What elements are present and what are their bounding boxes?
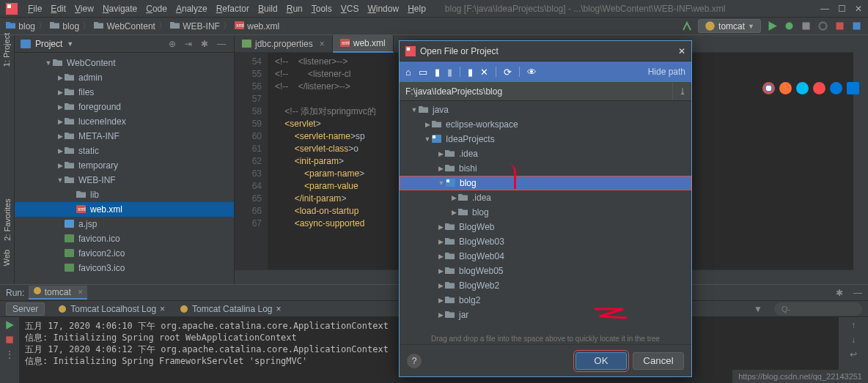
ie-icon[interactable] bbox=[830, 82, 842, 94]
breadcrumb[interactable]: blog〉 blog〉 WebContent〉 WEB-INF〉 web.xml bbox=[6, 20, 279, 32]
rerun-icon[interactable] bbox=[4, 320, 15, 330]
opera-icon[interactable] bbox=[813, 82, 825, 94]
up-icon[interactable]: ↑ bbox=[851, 320, 856, 330]
chrome-icon[interactable] bbox=[762, 82, 775, 94]
stop-icon[interactable] bbox=[4, 335, 15, 345]
file-tree-item[interactable]: ▶BlogWeb03 bbox=[400, 234, 691, 249]
wrap-icon[interactable]: ↩ bbox=[850, 349, 857, 360]
menu-window[interactable]: Window bbox=[363, 2, 403, 15]
menu-run[interactable]: Run bbox=[282, 2, 307, 15]
coverage-icon[interactable] bbox=[801, 21, 812, 31]
file-tree-item[interactable]: ▶blogWeb05 bbox=[400, 264, 691, 278]
file-tree[interactable]: ▼java▶eclipse-workspace▼IdeaProjects▶.id… bbox=[400, 101, 691, 333]
close-icon[interactable]: × bbox=[78, 287, 83, 297]
path-history-icon[interactable]: ⤓ bbox=[672, 82, 691, 100]
file-tree-item[interactable]: ▶eclipse-workspace bbox=[400, 117, 691, 132]
run-config-selector[interactable]: tomcat ▼ bbox=[698, 19, 761, 33]
tree-item[interactable]: favicon.ico bbox=[15, 231, 234, 246]
file-tree-item[interactable]: ▶.idea bbox=[400, 146, 691, 161]
file-tree-item[interactable]: ▶jar bbox=[400, 308, 691, 322]
run-config-tab[interactable]: tomcat × bbox=[29, 286, 87, 300]
refresh-icon[interactable]: ⟳ bbox=[504, 67, 512, 78]
log-tab-localhost[interactable]: Tomcat Localhost Log × bbox=[52, 303, 171, 315]
tree-item[interactable]: ▶files bbox=[15, 85, 234, 100]
locate-icon[interactable]: ⊕ bbox=[166, 39, 178, 49]
file-tree-item[interactable]: ▶bishi bbox=[400, 161, 691, 176]
firefox-icon[interactable] bbox=[779, 82, 792, 94]
breadcrumb-segment[interactable]: WEB-INF bbox=[170, 21, 220, 31]
server-tab[interactable]: Server bbox=[6, 302, 45, 316]
run-icon[interactable] bbox=[767, 21, 778, 31]
tree-item[interactable]: ▼WebContent bbox=[15, 56, 234, 70]
profiler-icon[interactable] bbox=[817, 21, 828, 31]
module-icon[interactable]: ▮ bbox=[447, 67, 452, 78]
menu-build[interactable]: Build bbox=[254, 2, 282, 15]
project-icon[interactable]: ▮ bbox=[435, 67, 440, 78]
cancel-button[interactable]: Cancel bbox=[633, 352, 684, 370]
breadcrumb-segment[interactable]: blog bbox=[6, 21, 35, 31]
close-icon[interactable]: × bbox=[276, 304, 282, 314]
tree-item[interactable]: ▼WEB-INF bbox=[15, 173, 234, 187]
new-folder-icon[interactable]: ▮ bbox=[468, 67, 473, 78]
tree-item[interactable]: favicon3.ico bbox=[15, 261, 234, 275]
tree-item[interactable]: favicon2.ico bbox=[15, 246, 234, 261]
file-tree-item[interactable]: ▶.idea bbox=[400, 190, 691, 205]
tree-item[interactable]: lib bbox=[15, 187, 234, 202]
edge-icon[interactable] bbox=[847, 82, 859, 94]
close-icon[interactable]: × bbox=[160, 304, 165, 314]
file-tree-item[interactable]: ▶BlogWeb bbox=[400, 220, 691, 234]
breadcrumb-segment[interactable]: blog bbox=[50, 21, 79, 31]
breadcrumb-segment[interactable]: web.xml bbox=[235, 21, 279, 31]
delete-icon[interactable]: ✕ bbox=[480, 67, 488, 78]
stop-icon[interactable] bbox=[834, 21, 845, 31]
window-close-icon[interactable]: ✕ bbox=[855, 4, 862, 14]
tree-item[interactable]: ▶static bbox=[15, 144, 234, 158]
path-input[interactable] bbox=[400, 82, 672, 100]
tree-item[interactable]: a.jsp bbox=[15, 217, 234, 231]
file-tree-item[interactable]: ▶blog bbox=[400, 205, 691, 220]
tree-item[interactable]: ▶foreground bbox=[15, 100, 234, 114]
safari-icon[interactable] bbox=[796, 82, 809, 94]
editor-tab[interactable]: jdbc.properties× bbox=[235, 35, 333, 53]
help-button[interactable]: ? bbox=[407, 354, 422, 368]
menu-help[interactable]: Help bbox=[403, 2, 430, 15]
file-tree-item[interactable]: ▼java bbox=[400, 103, 691, 117]
tree-item[interactable]: ▶luceneIndex bbox=[15, 114, 234, 129]
menu-code[interactable]: Code bbox=[141, 2, 172, 15]
log-search-input[interactable]: Q- bbox=[774, 302, 862, 316]
down-icon[interactable]: ↓ bbox=[851, 335, 856, 345]
dialog-close-icon[interactable]: ✕ bbox=[678, 46, 685, 56]
file-tree-item[interactable]: ▼IdeaProjects bbox=[400, 132, 691, 146]
menu-analyze[interactable]: Analyze bbox=[172, 2, 212, 15]
sidebar-tab-web[interactable]: Web bbox=[3, 250, 12, 266]
tools-icon[interactable] bbox=[851, 21, 862, 31]
sidebar-tab-project[interactable]: 1: Project bbox=[3, 33, 12, 67]
menu-tools[interactable]: Tools bbox=[307, 2, 336, 15]
tree-item[interactable]: web.xml bbox=[15, 202, 234, 217]
menu-file[interactable]: File bbox=[23, 2, 46, 15]
menu-navigate[interactable]: Navigate bbox=[98, 2, 141, 15]
ok-button[interactable]: OK bbox=[575, 352, 627, 370]
tree-item[interactable]: ▶temporary bbox=[15, 158, 234, 173]
settings-icon[interactable]: ✱ bbox=[199, 39, 210, 49]
filter-icon[interactable]: ▼ bbox=[754, 304, 762, 314]
project-tree[interactable]: ▼WebContent▶admin▶files▶foreground▶lucen… bbox=[15, 53, 234, 278]
hide-icon[interactable]: — bbox=[215, 39, 228, 49]
breadcrumb-segment[interactable]: WebContent bbox=[94, 21, 155, 31]
tree-item[interactable]: ▶admin bbox=[15, 70, 234, 85]
file-tree-item[interactable]: ▶bolg2 bbox=[400, 293, 691, 308]
tree-item[interactable]: ▶META-INF bbox=[15, 129, 234, 144]
menu-refactor[interactable]: Refactor bbox=[212, 2, 254, 15]
show-hidden-icon[interactable]: 👁 bbox=[527, 67, 537, 78]
file-tree-item[interactable]: ▶BlogWeb04 bbox=[400, 249, 691, 264]
editor-tab[interactable]: web.xml bbox=[333, 35, 394, 53]
log-tab-catalina[interactable]: Tomcat Catalina Log × bbox=[174, 303, 287, 315]
file-tree-item[interactable]: ▶BlogWeb2 bbox=[400, 278, 691, 293]
home-icon[interactable]: ⌂ bbox=[405, 67, 411, 78]
hide-path-link[interactable]: Hide path bbox=[648, 67, 685, 77]
code-editor[interactable]: <!-- <listener>--> <!-- <listener-cl <!-… bbox=[268, 53, 376, 269]
menu-vcs[interactable]: VCS bbox=[336, 2, 364, 15]
debug-icon[interactable] bbox=[784, 21, 795, 31]
window-maximize-icon[interactable]: ☐ bbox=[838, 4, 846, 14]
sidebar-tab-favorites[interactable]: 2: Favorites bbox=[3, 198, 12, 240]
